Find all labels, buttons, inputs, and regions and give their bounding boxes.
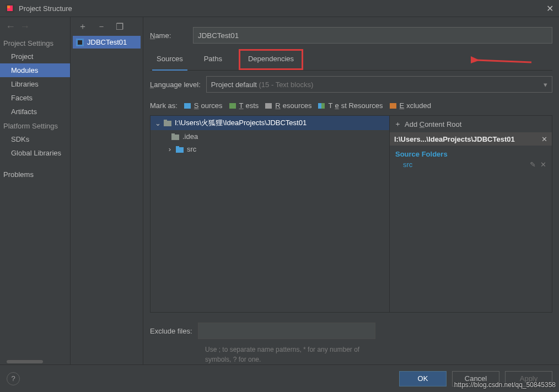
plus-icon: ＋ <box>394 119 401 129</box>
chevron-down-icon: ▾ <box>544 80 547 89</box>
forward-icon[interactable]: → <box>20 21 30 33</box>
folder-blue-icon <box>184 103 191 109</box>
folder-blue-icon <box>176 146 184 153</box>
ok-button[interactable]: OK <box>399 371 447 386</box>
watermark: https://blog.csdn.net/qq_50845358 <box>454 381 556 389</box>
mark-as-label: Mark as: <box>150 101 178 110</box>
back-icon[interactable]: ← <box>6 21 15 33</box>
chevron-down-icon[interactable]: ⌄ <box>155 119 160 127</box>
add-content-root[interactable]: ＋ Add Content Root <box>390 116 552 133</box>
svg-rect-10 <box>171 133 175 136</box>
remove-root-icon[interactable]: ✕ <box>541 135 547 143</box>
titlebar: Project Structure ✕ <box>0 0 559 17</box>
nav-arrows: ← → <box>0 17 70 36</box>
chevron-right-icon[interactable]: › <box>167 145 173 153</box>
sidebar-item-libraries[interactable]: Libraries <box>0 77 70 91</box>
tree-item-idea[interactable]: .idea <box>150 130 389 143</box>
svg-rect-4 <box>78 40 82 45</box>
remove-icon[interactable]: ✕ <box>540 160 546 169</box>
content-root-path[interactable]: I:\Users...\IdeaProjects\JDBCTest01 ✕ <box>390 133 552 146</box>
sidebar-item-modules[interactable]: Modules <box>0 63 70 77</box>
content-roots-pane: ＋ Add Content Root I:\Users...\IdeaProje… <box>389 115 552 313</box>
tree-item-src[interactable]: › src <box>150 143 389 155</box>
sidebar-item-sdks[interactable]: SDKs <box>0 132 70 146</box>
module-item[interactable]: JDBCTest01 <box>73 36 141 49</box>
folder-orange-icon <box>390 103 396 109</box>
svg-rect-12 <box>176 146 179 148</box>
exclude-files-label: Exclude files: <box>150 327 192 335</box>
folder-icon <box>171 133 179 140</box>
tree-root[interactable]: ⌄ I:\Users\火狐狸\IdeaProjects\JDBCTest01 <box>150 116 389 130</box>
name-input[interactable] <box>193 27 552 44</box>
section-platform-settings: Platform Settings <box>0 119 70 132</box>
window-title: Project Structure <box>19 4 537 13</box>
module-list: ＋ － ❐ JDBCTest01 <box>71 17 143 364</box>
svg-rect-8 <box>164 120 167 122</box>
section-project-settings: Project Settings <box>0 36 70 50</box>
help-button[interactable]: ? <box>7 372 20 385</box>
sidebar-item-global-libraries[interactable]: Global Libraries <box>0 146 70 160</box>
language-level-label: Language level: <box>150 80 201 89</box>
source-tree[interactable]: ⌄ I:\Users\火狐狸\IdeaProjects\JDBCTest01 .… <box>150 115 389 313</box>
scrollbar[interactable] <box>7 360 43 363</box>
folder-mix-icon <box>318 103 325 109</box>
folder-grey-icon <box>265 103 272 109</box>
mark-tests[interactable]: Tests <box>229 101 259 110</box>
sidebar-item-artifacts[interactable]: Artifacts <box>0 105 70 119</box>
mark-as-row: Mark as: Sources Tests Resources Test Re… <box>150 98 552 110</box>
mark-test-resources[interactable]: Test Resources <box>318 101 383 110</box>
sidebar-item-problems[interactable]: Problems <box>0 168 70 181</box>
copy-module-icon[interactable]: ❐ <box>116 22 123 32</box>
module-icon <box>76 39 84 46</box>
module-tabs: Sources Paths Dependencies <box>150 49 552 71</box>
svg-rect-2 <box>7 6 10 8</box>
mark-excluded[interactable]: Excluded <box>390 101 431 110</box>
tab-dependencies[interactable]: Dependencies <box>239 49 303 70</box>
name-label: Name: <box>150 31 185 40</box>
folder-icon <box>164 120 171 126</box>
close-icon[interactable]: ✕ <box>537 3 553 14</box>
source-folders-heading: Source Folders <box>390 146 552 159</box>
exclude-files-input[interactable] <box>198 323 375 339</box>
source-folder-item[interactable]: src ✎ ✕ <box>390 159 552 170</box>
annotation-arrow-icon <box>471 52 537 68</box>
exclude-files-hint: Use ; to separate name patterns, * for a… <box>150 345 381 364</box>
remove-module-icon[interactable]: － <box>97 21 106 33</box>
language-level-select[interactable]: Project default (15 - Text blocks) ▾ <box>206 76 552 93</box>
edit-icon[interactable]: ✎ <box>530 160 536 169</box>
tab-sources[interactable]: Sources <box>152 49 187 71</box>
mark-resources[interactable]: Resources <box>265 101 311 110</box>
add-module-icon[interactable]: ＋ <box>78 21 87 33</box>
mark-sources[interactable]: Sources <box>184 101 223 110</box>
module-name: JDBCTest01 <box>87 38 127 46</box>
sidebar-item-project[interactable]: Project <box>0 50 70 63</box>
svg-line-6 <box>476 60 531 62</box>
sidebar: ← → Project Settings Project Modules Lib… <box>0 17 71 364</box>
sidebar-item-facets[interactable]: Facets <box>0 91 70 105</box>
main-panel: Name: Sources Paths Dependencies Languag… <box>143 17 559 364</box>
tab-paths[interactable]: Paths <box>200 49 227 70</box>
app-logo-icon <box>6 4 14 13</box>
folder-green-icon <box>229 103 236 109</box>
